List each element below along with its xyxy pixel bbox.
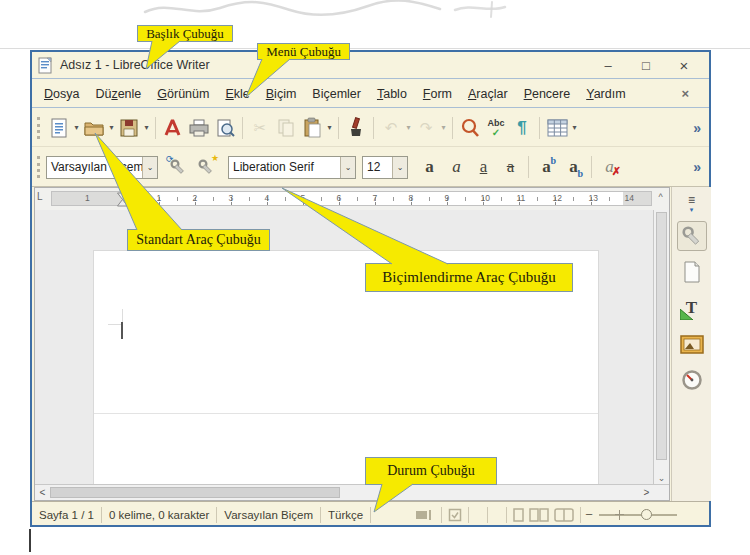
- writer-doc-icon: [38, 57, 53, 74]
- view-book-button[interactable]: [554, 508, 574, 522]
- superscript-button[interactable]: a b: [533, 153, 560, 181]
- find-replace-button[interactable]: [457, 114, 483, 142]
- strikethrough-button[interactable]: a: [497, 153, 524, 181]
- page-count[interactable]: Sayfa 1 / 1: [32, 509, 101, 521]
- copy-button[interactable]: [273, 114, 299, 142]
- strikethrough-icon: a: [507, 157, 515, 177]
- language-status[interactable]: Türkçe: [321, 509, 370, 521]
- font-name-value: Liberation Serif: [229, 160, 340, 174]
- text-cursor: [121, 322, 123, 339]
- menu-item[interactable]: Dosya: [36, 84, 87, 104]
- sidebar-tab-gallery[interactable]: [677, 329, 707, 359]
- zoom-slider[interactable]: [599, 514, 677, 516]
- toolbar-overflow-button[interactable]: »: [693, 159, 701, 175]
- new-document-button[interactable]: [46, 114, 72, 142]
- h-scrollbar-thumb[interactable]: [50, 487, 340, 498]
- screenshot-canvas: Adsız 1 - LibreOffice Writer – □ × Dosya…: [0, 0, 750, 555]
- ruler-number: 7: [373, 193, 378, 203]
- horizontal-ruler[interactable]: 1 1234567891011121314: [51, 191, 652, 206]
- menu-item[interactable]: Form: [415, 84, 460, 104]
- gallery-icon: [680, 335, 704, 354]
- save-button[interactable]: [116, 114, 142, 142]
- insert-table-button[interactable]: [544, 114, 570, 142]
- paste-icon: [303, 117, 322, 138]
- vertical-scrollbar[interactable]: ⌄: [653, 210, 669, 485]
- selection-mode-icon[interactable]: [415, 509, 435, 521]
- sidebar-settings-button[interactable]: ≡ ▾: [688, 195, 695, 215]
- chevron-down-icon[interactable]: ⌄: [392, 157, 407, 178]
- subscript-button[interactable]: a b: [560, 153, 587, 181]
- chevron-down-icon[interactable]: ⌄: [340, 157, 355, 178]
- print-button[interactable]: [186, 114, 212, 142]
- new-style-button[interactable]: ★: [194, 155, 218, 179]
- sidebar-tab-page[interactable]: [677, 257, 707, 287]
- toolbar-overflow-button[interactable]: »: [693, 120, 701, 136]
- word-count[interactable]: 0 kelime, 0 karakter: [102, 509, 216, 521]
- formatting-marks-button[interactable]: ¶: [509, 114, 535, 142]
- horizontal-scrollbar[interactable]: < >: [35, 484, 669, 500]
- scroll-up-button[interactable]: ^: [653, 192, 668, 202]
- menu-item[interactable]: Biçim: [258, 84, 305, 104]
- menu-item[interactable]: Düzenle: [87, 84, 149, 104]
- font-name-combo[interactable]: Liberation Serif ⌄: [228, 156, 356, 179]
- close-button[interactable]: ×: [665, 54, 703, 76]
- italic-button[interactable]: a: [443, 153, 470, 181]
- scroll-down-button[interactable]: ⌄: [654, 473, 669, 483]
- sidebar-tab-styles[interactable]: T: [677, 293, 707, 323]
- chevron-down-icon[interactable]: ⌄: [142, 157, 157, 178]
- indent-marker[interactable]: [116, 192, 129, 207]
- dropdown-caret[interactable]: ▾: [72, 123, 81, 132]
- cut-button[interactable]: ✂: [247, 114, 273, 142]
- menu-item[interactable]: Tablo: [369, 84, 415, 104]
- clone-formatting-button[interactable]: [343, 114, 369, 142]
- h-scrollbar-track[interactable]: [50, 485, 639, 500]
- copy-icon: [277, 118, 295, 138]
- menu-item[interactable]: Araçlar: [460, 84, 516, 104]
- document-close-button[interactable]: ×: [681, 86, 689, 101]
- menu-item[interactable]: Ekle: [217, 84, 257, 104]
- paragraph-style-combo[interactable]: Varsayılan Biçem ⌄: [46, 156, 158, 179]
- toolbar-grip[interactable]: [37, 117, 42, 139]
- update-style-button[interactable]: ⟳: [166, 155, 190, 179]
- menu-item[interactable]: Biçemler: [304, 84, 369, 104]
- menu-item[interactable]: Pencere: [516, 84, 579, 104]
- bold-button[interactable]: a: [416, 153, 443, 181]
- zoom-out-button[interactable]: −: [585, 507, 593, 522]
- view-multi-page-button[interactable]: [529, 508, 549, 522]
- ruler-corner[interactable]: L: [37, 191, 43, 202]
- caret-ghost-mark: [108, 324, 122, 325]
- scroll-left-button[interactable]: <: [35, 487, 50, 498]
- dropdown-caret[interactable]: ▾: [439, 123, 448, 132]
- sidebar-tab-properties[interactable]: [677, 221, 707, 251]
- paragraph-style-status[interactable]: Varsayılan Biçem: [217, 509, 320, 521]
- dropdown-caret[interactable]: ▾: [570, 123, 579, 132]
- export-pdf-button[interactable]: [160, 114, 186, 142]
- dropdown-caret[interactable]: ▾: [325, 123, 334, 132]
- ruler-number: 11: [517, 193, 526, 203]
- text-boundary-line: [94, 413, 598, 414]
- zoom-slider-thumb[interactable]: [641, 509, 652, 520]
- spellcheck-button[interactable]: Abc ✓: [483, 114, 509, 142]
- redo-button[interactable]: ↷: [413, 114, 439, 142]
- document-modified-icon[interactable]: [448, 508, 462, 522]
- scroll-right-button[interactable]: >: [639, 487, 654, 498]
- print-preview-button[interactable]: [212, 114, 238, 142]
- view-single-page-button[interactable]: [513, 508, 524, 522]
- underline-button[interactable]: a: [470, 153, 497, 181]
- v-scrollbar-thumb[interactable]: [656, 212, 667, 460]
- dropdown-caret[interactable]: ▾: [142, 123, 151, 132]
- minimize-button[interactable]: –: [589, 54, 627, 76]
- dropdown-caret[interactable]: ▾: [404, 123, 413, 132]
- toolbar-grip[interactable]: [37, 156, 42, 178]
- bold-icon: a: [425, 157, 434, 177]
- paste-button[interactable]: [299, 114, 325, 142]
- clear-formatting-button[interactable]: a ✗: [596, 153, 623, 181]
- open-button[interactable]: [81, 114, 107, 142]
- sidebar-tab-navigator[interactable]: [677, 365, 707, 395]
- maximize-button[interactable]: □: [627, 54, 665, 76]
- menu-item[interactable]: Yardım: [578, 84, 633, 104]
- font-size-combo[interactable]: 12 ⌄: [362, 156, 408, 179]
- menu-item[interactable]: Görünüm: [149, 84, 217, 104]
- dropdown-caret[interactable]: ▾: [107, 123, 116, 132]
- undo-button[interactable]: ↶: [378, 114, 404, 142]
